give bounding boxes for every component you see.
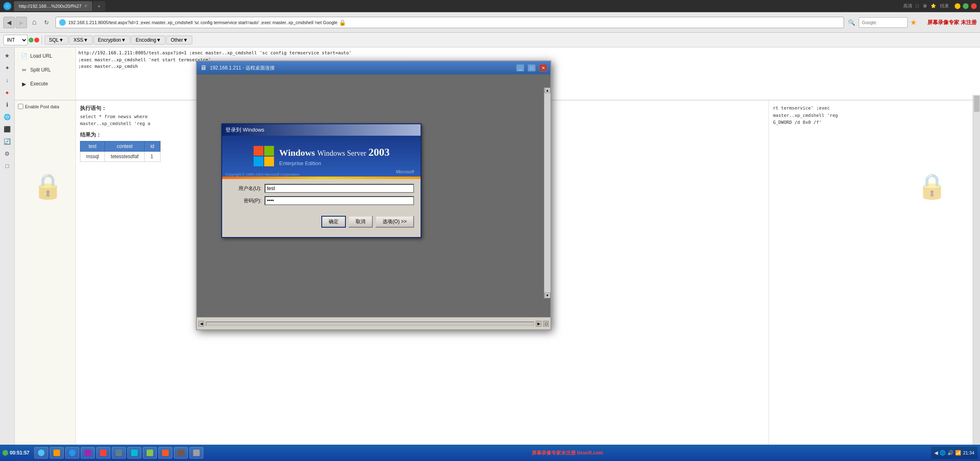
window-controls: 高清 □ 🖥 ⭐ 结束 <box>903 3 977 9</box>
win-dialog-titlebar: 登录到 Windows <box>222 124 421 136</box>
tray-network-icon: 🌐 <box>940 450 946 456</box>
win-options-btn[interactable]: 选项(O) >> <box>375 216 414 228</box>
encoding-btn[interactable]: Encoding▼ <box>131 36 165 45</box>
active-tab[interactable]: http://192.168....%200x20/f%27 ✕ <box>14 1 92 11</box>
taskbar-ie-icon <box>38 450 45 456</box>
search-icon[interactable]: 🔍 <box>846 18 856 27</box>
enable-post-checkbox[interactable] <box>18 104 23 109</box>
xss-btn[interactable]: XSS▼ <box>69 36 93 45</box>
win-logo-windows: Windows <box>279 148 317 158</box>
taskbar-app5-icon <box>131 450 138 456</box>
rdp-footer-corner: ◻ <box>543 321 549 327</box>
status-dot-green <box>29 38 33 43</box>
taskbar-app4[interactable] <box>112 447 126 459</box>
other-btn[interactable]: Other▼ <box>166 36 192 45</box>
nav-arrows: ◀ ▶ <box>3 17 27 28</box>
taskbar-app3[interactable] <box>96 447 110 459</box>
bottom-left: Enable Post data <box>15 101 76 445</box>
sidebar-down-icon[interactable]: ↓ <box>2 75 12 85</box>
rdp-minimize-btn[interactable]: _ <box>516 64 524 72</box>
rdp-scrollbar-right[interactable]: ▲ ▼ <box>544 87 550 298</box>
taskbar-folder[interactable] <box>50 447 64 459</box>
load-url-btn[interactable]: 📄 Load URL <box>17 50 73 62</box>
password-row: 密码(P): <box>229 196 414 205</box>
win-dialog-body: Windows Windows Server 2003 Enterprise E… <box>222 136 421 232</box>
sidebar-star-icon[interactable]: ★ <box>2 51 12 60</box>
split-url-icon: ✂ <box>20 66 28 74</box>
taskbar-app5[interactable] <box>127 447 141 459</box>
taskbar-app1[interactable] <box>65 447 79 459</box>
scrollbar-thumb <box>974 96 980 112</box>
url-line1: http://192.168.1.211:8005/test.aspx?id=1… <box>78 50 970 57</box>
taskbar-app9[interactable] <box>189 447 203 459</box>
maximize-btn[interactable] <box>963 3 969 9</box>
sidebar-diamond-icon[interactable]: ✦ <box>2 63 12 73</box>
right-code-panel: rt termservice' ;exec master..xp_cmdshel… <box>768 101 973 445</box>
right-code-line2: master..xp_cmdshell 'reg <box>773 112 969 119</box>
sidebar-refresh-icon[interactable]: 🔄 <box>2 137 12 146</box>
taskbar-app2[interactable] <box>81 447 95 459</box>
search-input[interactable] <box>859 17 908 28</box>
taskbar-app7[interactable] <box>158 447 172 459</box>
username-row: 用户名(U): <box>229 184 414 193</box>
site-icon <box>59 19 66 26</box>
rdp-computer-icon: 🖥 <box>200 64 207 72</box>
type-select[interactable]: INT <box>3 35 28 45</box>
tool-buttons: 📄 Load URL ✂ Split URL ▶ Execute <box>15 47 76 100</box>
rdp-maximize-btn[interactable]: □ <box>528 64 536 72</box>
rdp-hscroll-track[interactable] <box>206 322 534 326</box>
address-bar[interactable]: 192.168.1.211:8005/test.aspx?id=1 ;exec … <box>56 17 844 28</box>
rdp-close-btn[interactable]: ✕ <box>539 64 547 72</box>
win-ok-btn[interactable]: 确定 <box>321 216 346 228</box>
secure-icon: 🔒 <box>339 19 346 26</box>
rdp-scroll-down[interactable]: ▼ <box>545 293 550 298</box>
sidebar-gear-icon[interactable]: ⚙ <box>2 149 12 159</box>
taskbar-app1-icon <box>69 450 76 456</box>
sidebar-globe-icon[interactable]: 🌐 <box>2 112 12 122</box>
col-test: test <box>80 141 105 152</box>
tab-close-btn[interactable]: ✕ <box>84 4 87 8</box>
taskbar-app3-icon <box>100 450 107 456</box>
rdp-footer-left-btn[interactable]: ◀ <box>198 321 204 327</box>
sep1 <box>42 36 42 44</box>
address-text: 192.168.1.211:8005/test.aspx?id=1 ;exec … <box>68 20 337 25</box>
password-input[interactable] <box>265 196 414 205</box>
username-input[interactable] <box>265 184 414 193</box>
sidebar-info-icon[interactable]: ℹ <box>2 100 12 110</box>
rdp-footer-right-btn[interactable]: ▶ <box>536 321 541 327</box>
table-row: mssql tetesstesdfaf 1 <box>80 152 160 162</box>
taskbar-app6[interactable] <box>143 447 157 459</box>
right-code-line1: rt termservice' ;exec <box>773 105 969 112</box>
taskbar-app7-icon <box>162 450 169 456</box>
taskbar-ie[interactable] <box>34 447 48 459</box>
new-tab[interactable]: + <box>93 1 105 11</box>
tray-expand-icon[interactable]: ◀ <box>934 450 938 456</box>
sql-btn[interactable]: SQL▼ <box>45 36 68 45</box>
rdp-footer: ◀ ▶ ◻ <box>197 317 550 329</box>
split-url-label: Split URL <box>30 67 51 73</box>
minimize-btn[interactable] <box>955 3 960 9</box>
encryption-btn[interactable]: Encryption▼ <box>94 36 131 45</box>
main-scrollbar-v[interactable] <box>973 95 980 461</box>
refresh-btn[interactable]: ↻ <box>42 18 51 27</box>
sidebar-grid-icon[interactable]: ⬛ <box>2 124 12 134</box>
sidebar-red-icon[interactable]: ● <box>2 87 12 97</box>
forward-btn[interactable]: ▶ <box>16 17 27 28</box>
home-btn[interactable]: ⌂ <box>29 18 39 27</box>
status-dot-red <box>34 38 39 43</box>
win-cancel-btn[interactable]: 取消 <box>348 216 373 228</box>
split-url-btn[interactable]: ✂ Split URL <box>17 64 73 76</box>
sidebar-box-icon[interactable]: □ <box>2 161 12 171</box>
rdp-scroll-up[interactable]: ▲ <box>545 87 550 93</box>
taskbar-app8[interactable] <box>174 447 188 459</box>
bookmark-icon[interactable]: ★ <box>910 18 917 27</box>
left-sidebar: ★ ✦ ↓ ● ℹ 🌐 ⬛ 🔄 ⚙ □ <box>0 47 15 445</box>
taskbar-folder-icon <box>53 450 60 456</box>
execute-btn[interactable]: ▶ Execute <box>17 78 73 90</box>
close-btn[interactable] <box>971 3 977 9</box>
back-btn[interactable]: ◀ <box>3 17 15 28</box>
rdp-title-text: 192.168.1.211 - 远程桌面连接 <box>210 65 513 72</box>
tray-signal-icon: 📶 <box>955 450 961 456</box>
taskbar-brand-area: 屏幕录像专家末注册 tlxsoft.com <box>532 450 603 457</box>
tab-bar: http://192.168....%200x20/f%27 ✕ + <box>14 1 901 11</box>
